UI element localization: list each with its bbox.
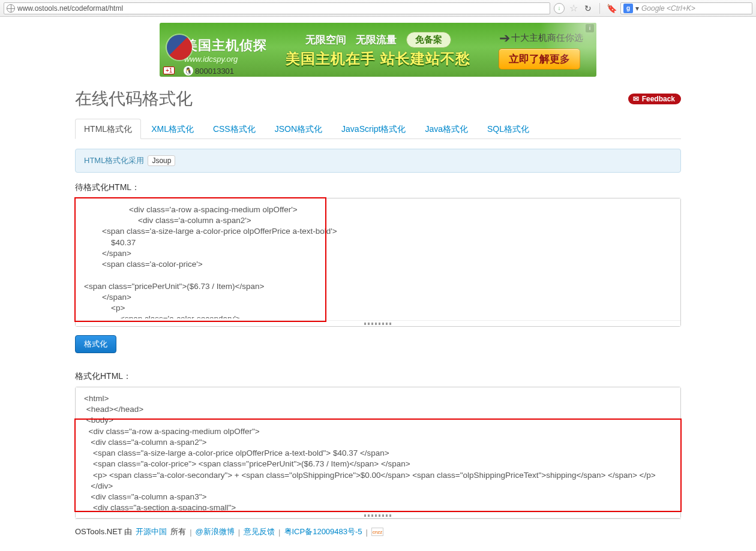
bookmark-star-icon[interactable]: ☆ xyxy=(568,3,579,14)
info-text: HTML格式化采用 xyxy=(84,155,144,166)
tab-5[interactable]: Java格式化 xyxy=(416,119,477,139)
page-title: 在线代码格式化 xyxy=(75,88,193,110)
tab-0[interactable]: HTML格式化 xyxy=(75,119,141,139)
ad-brand-url: www.idcspy.org xyxy=(184,55,267,64)
output-label: 格式化HTML： xyxy=(75,371,681,382)
arrow-icon: ➔ xyxy=(499,31,510,46)
info-alert: HTML格式化采用 Jsoup xyxy=(75,149,681,173)
footer-brand: OSTools.NET 由 xyxy=(75,526,132,537)
bookmark-tag-icon[interactable]: 🔖 xyxy=(606,3,617,14)
cnzz-icon[interactable]: cnzz xyxy=(371,528,383,536)
logo-icon xyxy=(167,35,192,60)
tab-2[interactable]: CSS格式化 xyxy=(204,119,265,139)
search-provider-dropdown-icon[interactable]: ▾ xyxy=(635,4,639,13)
feedback-button[interactable]: Feedback xyxy=(628,94,681,104)
browser-search[interactable]: g ▾ Google <Ctrl+K> xyxy=(620,2,752,14)
ad-info-icon[interactable]: i xyxy=(586,24,594,32)
tab-4[interactable]: JavaScript格式化 xyxy=(332,119,415,139)
footer-link-weibo[interactable]: @新浪微博 xyxy=(196,526,235,537)
ad-pill: 免备案 xyxy=(406,32,451,48)
url-bar[interactable]: www.ostools.net/codeformat/html xyxy=(4,2,550,14)
page-footer: OSTools.NET 由 开源中国 所有 | @新浪微博 | 意见反馈 | 粤… xyxy=(75,519,681,541)
input-label: 待格式化HTML： xyxy=(75,182,681,193)
input-area-wrap xyxy=(75,198,681,327)
ad-headline: 美国主机在手 站长建站不愁 xyxy=(286,49,470,68)
reload-icon[interactable]: ↻ xyxy=(583,3,593,14)
ad-banner[interactable]: i 美国主机侦探 www.idcspy.org +1 🐧 800013301 无… xyxy=(160,23,596,77)
footer-link-icp[interactable]: 粤ICP备12009483号-5 xyxy=(284,526,362,537)
ad-feature-2: 无限流量 xyxy=(356,33,397,47)
qq-icon: 🐧 xyxy=(184,66,193,76)
download-status-icon[interactable]: ↓ xyxy=(554,3,565,14)
url-text: www.ostools.net/codeformat/html xyxy=(17,4,123,13)
browser-toolbar: www.ostools.net/codeformat/html ↓ ☆ ↻ 🔖 … xyxy=(0,0,756,17)
output-textarea[interactable] xyxy=(76,387,680,510)
jsoup-link[interactable]: Jsoup xyxy=(148,155,175,166)
input-textarea[interactable] xyxy=(76,198,680,318)
ad-brand-name: 美国主机侦探 xyxy=(184,37,267,55)
resize-handle-input[interactable] xyxy=(76,320,680,326)
format-tabs: HTML格式化XML格式化CSS格式化JSON格式化JavaScript格式化J… xyxy=(75,119,681,139)
tab-3[interactable]: JSON格式化 xyxy=(266,119,331,139)
plus-one-badge[interactable]: +1 xyxy=(163,67,175,74)
footer-owned: 所有 xyxy=(170,526,186,537)
footer-link-oschina[interactable]: 开源中国 xyxy=(136,526,167,537)
output-area-wrap xyxy=(75,387,681,519)
tab-6[interactable]: SQL格式化 xyxy=(478,119,538,139)
footer-link-feedback[interactable]: 意见反馈 xyxy=(244,526,275,537)
format-button[interactable]: 格式化 xyxy=(75,335,116,353)
resize-handle-output[interactable] xyxy=(76,512,680,518)
toolbar-divider xyxy=(599,3,600,14)
search-placeholder: Google <Ctrl+K> xyxy=(641,4,695,13)
google-icon: g xyxy=(623,4,633,13)
ad-feature-1: 无限空间 xyxy=(305,33,346,47)
tab-1[interactable]: XML格式化 xyxy=(142,119,203,139)
globe-icon xyxy=(7,4,15,13)
ad-qq-contact: 🐧 800013301 xyxy=(184,66,234,76)
